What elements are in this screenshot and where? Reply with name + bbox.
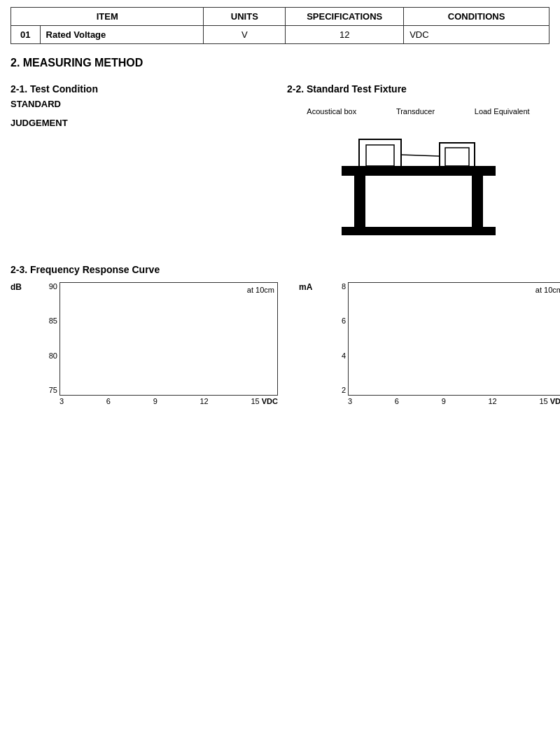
judgement-block: JUDGEMENT [10,118,273,128]
chart1-y-label: dB [10,282,22,292]
fixture-label-3: Load Equivalent [475,107,530,116]
chart1-y-ticks: 90 85 80 75 [35,282,57,394]
header-item: ITEM [11,8,204,26]
subsection-2-1-title: 2-1. Test Condition [10,83,273,95]
spec-table: ITEM UNITS SPECIFICATIONS CONDITIONS 01R… [10,7,550,44]
standard-label: STANDARD [10,99,273,109]
charts-row: dB 90 85 80 75 at 10cm 3 6 9 12 15 VDC [10,282,550,421]
chart1-annotation: at 10cm [247,286,274,294]
fixture-labels: Acoustical box Transducer Load Equivalen… [287,107,550,116]
chart2-y-label: mA [299,282,312,292]
section2-title: 2. MEASURING METHOD [10,57,550,69]
table-row-spec: 12 [286,26,404,44]
fixture-diagram: Acoustical box Transducer Load Equivalen… [287,99,550,253]
subsection-2-3-title: 2-3. Frequency Response Curve [10,264,550,275]
table-row-num: 01 [11,26,41,44]
chart1-canvas [59,282,278,396]
svg-rect-2 [472,174,483,227]
header-specs: SPECIFICATIONS [286,8,404,26]
chart1-wrapper: dB 90 85 80 75 at 10cm 3 6 9 12 15 VDC [10,282,278,421]
chart1-container: dB 90 85 80 75 at 10cm 3 6 9 12 15 VDC [10,282,278,421]
header-units: UNITS [204,8,286,26]
svg-rect-1 [354,174,365,227]
chart1-x-ticks: 3 6 9 12 15 VDC [35,397,278,405]
svg-line-8 [401,155,440,156]
table-row-name: Rated Voltage [40,26,204,44]
chart2-y-ticks: 8 6 4 2 [323,282,346,394]
standard-block: STANDARD [10,99,273,109]
header-conditions: CONDITIONS [404,8,550,26]
chart2-container: mA 8 6 4 2 at 10cm 3 6 9 12 15 VDC [299,282,560,421]
fixture-svg [321,118,517,244]
chart2-canvas [348,282,560,396]
table-row-conditions: VDC [404,26,550,44]
fixture-label-2: Transducer [396,107,435,116]
chart2-annotation: at 10cm [536,286,560,294]
svg-rect-5 [366,145,394,166]
chart2-x-ticks: 3 6 9 12 15 VDC [323,397,560,405]
svg-rect-7 [445,148,469,166]
fixture-label-1: Acoustical box [307,107,356,116]
judgement-label: JUDGEMENT [10,118,273,128]
chart2-wrapper: mA 8 6 4 2 at 10cm 3 6 9 12 15 VDC [299,282,560,421]
table-row-units: V [204,26,286,44]
subsection-2-2-title: 2-2. Standard Test Fixture [287,83,550,95]
svg-rect-0 [342,227,496,235]
